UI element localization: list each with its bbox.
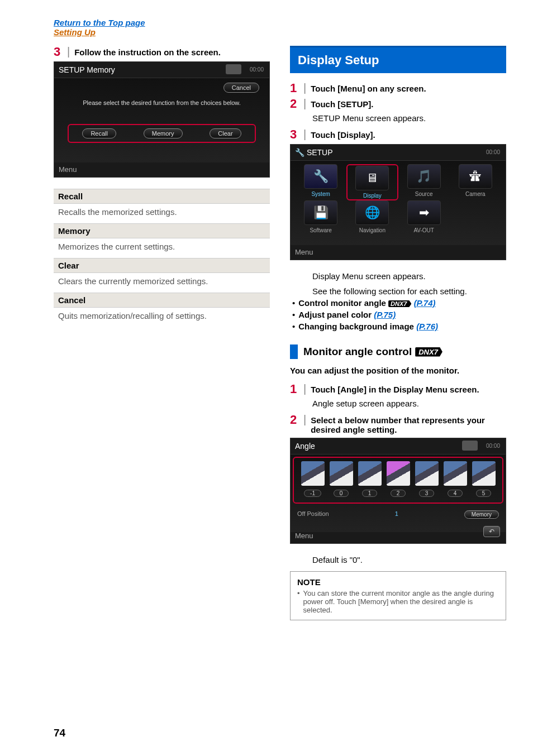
step-text: Touch [Menu] on any screen. [311, 82, 426, 93]
angle-opt-0[interactable]: 0 [330, 461, 353, 497]
ss-menu[interactable]: Menu [295, 248, 313, 256]
step-divider: | [303, 82, 306, 93]
r-step-2: 2 | Touch [SETUP]. [290, 98, 506, 110]
m-step-1-sub: Angle setup screen appears. [312, 399, 506, 408]
ss-time: 00:00 [250, 66, 264, 73]
ss-body: -1 0 1 2 3 4 5 Off Position 1 Memory ↶ [291, 454, 506, 532]
r-step-1: 1 | Touch [Menu] on any screen. [290, 82, 506, 94]
step-divider: | [303, 128, 306, 140]
step-number: 1 [290, 383, 299, 395]
setup-software[interactable]: 💾 Software [295, 200, 346, 233]
step-divider: | [67, 46, 70, 57]
step-text: Select a below number that represents yo… [311, 414, 506, 434]
step-divider: | [303, 414, 306, 425]
page-number: 74 [54, 727, 65, 739]
setup-display-highlighted[interactable]: 🖥 Display [346, 164, 398, 200]
step-number: 2 [290, 98, 299, 110]
memory-button[interactable]: Memory [144, 128, 183, 138]
section-link[interactable]: Setting Up [54, 27, 533, 37]
m-step-2: 2 | Select a below number that represent… [290, 414, 506, 434]
angle-opt-1[interactable]: 1 [358, 461, 382, 497]
ss-title: 🔧 SETUP [295, 148, 333, 157]
setup-avout[interactable]: ➡ AV-OUT [398, 200, 450, 233]
subsection-marker [290, 344, 298, 359]
angle-row: -1 0 1 2 3 4 5 [298, 461, 498, 497]
step-divider: | [303, 98, 306, 109]
angle-memory-button[interactable]: Memory [464, 510, 499, 519]
right-column: Display Setup 1 | Touch [Menu] on any sc… [290, 46, 506, 620]
av-icon [462, 441, 478, 451]
step-number: 3 [54, 46, 63, 58]
screenshot-setup-menu: 🔧 SETUP 00:00 🔧 System 🖥 Display 🎵 Sourc… [290, 144, 506, 260]
label-cancel: Cancel [54, 293, 270, 308]
angle-opt-4[interactable]: 4 [444, 461, 467, 497]
step-text: Touch [SETUP]. [311, 98, 373, 109]
software-icon: 💾 [304, 200, 337, 225]
bullet-control-angle: • Control monitor angle DNX7 (P.74) [290, 298, 506, 308]
angle-highlight-box: -1 0 1 2 3 4 5 [293, 457, 503, 504]
screenshot-angle: Angle 00:00 -1 0 1 2 3 4 5 Off Positi [290, 438, 506, 544]
clear-button[interactable]: Clear [210, 128, 241, 138]
label-memory: Memory [54, 223, 270, 238]
display-icon: 🖥 [355, 166, 389, 190]
step-number: 1 [290, 82, 299, 94]
page-link-74[interactable]: (P.74) [414, 298, 436, 308]
ss-highlight-buttons: Recall Memory Clear [68, 124, 256, 143]
dnx7-badge: DNX7 [415, 347, 442, 357]
bullet-bg-image: • Changing background image (P.76) [290, 322, 506, 331]
angle-opt-2-selected[interactable]: 2 [387, 461, 410, 497]
cancel-button[interactable]: Cancel [223, 83, 259, 93]
subsection-monitor-angle: Monitor angle control DNX7 [290, 344, 506, 359]
r-step-2-sub: SETUP Menu screen appears. [312, 113, 506, 123]
note-title: NOTE [297, 577, 499, 587]
desc-memory: Memorizes the current settings. [54, 238, 270, 258]
ss-body: 🔧 System 🖥 Display 🎵 Source 🛣 Camera [291, 160, 506, 245]
recall-button[interactable]: Recall [82, 128, 116, 138]
step-text: Touch [Display]. [311, 128, 375, 140]
setup-navigation[interactable]: 🌐 Navigation [346, 200, 398, 233]
setup-camera[interactable]: 🛣 Camera [450, 164, 501, 200]
off-position-label: Off Position [297, 510, 329, 519]
label-recall: Recall [54, 189, 270, 204]
avout-icon: ➡ [407, 200, 441, 225]
page-link-76[interactable]: (P.76) [416, 322, 438, 331]
navigation-icon: 🌐 [355, 200, 389, 225]
setup-system[interactable]: 🔧 System [295, 164, 346, 200]
content-columns: 3 | Follow the instruction on the screen… [0, 37, 533, 620]
step-number: 2 [290, 414, 299, 426]
bullet-panel-color: • Adjust panel color (P.75) [290, 310, 506, 319]
camera-icon: 🛣 [459, 164, 492, 189]
section-title: Display Setup [290, 46, 506, 73]
back-icon[interactable]: ↶ [483, 526, 500, 537]
desc-cancel: Quits memorization/recalling of settings… [54, 308, 270, 327]
monitor-intro: You can adjust the position of the monit… [290, 366, 506, 375]
angle-opt-3[interactable]: 3 [415, 461, 439, 497]
ss-title: SETUP Memory [59, 65, 115, 74]
step-number: 3 [290, 128, 299, 141]
source-icon: 🎵 [407, 164, 441, 189]
page-header: Return to the Top page Setting Up [0, 0, 533, 37]
page-link-75[interactable]: (P.75) [374, 310, 396, 319]
screenshot-setup-memory: SETUP Memory 00:00 Cancel Please select … [54, 61, 270, 178]
av-icon [226, 64, 241, 74]
dnx7-badge: DNX7 [388, 300, 411, 307]
label-clear: Clear [54, 258, 270, 273]
return-top-link[interactable]: Return to the Top page [54, 18, 533, 27]
left-column: 3 | Follow the instruction on the screen… [54, 46, 270, 620]
step-divider: | [303, 383, 306, 394]
ss-menu[interactable]: Menu [295, 532, 313, 540]
default-text: Default is "0". [312, 555, 506, 564]
ss-menu[interactable]: Menu [59, 165, 77, 174]
angle-opt-5[interactable]: 5 [472, 461, 496, 497]
angle-bottom-row: Off Position 1 Memory [297, 510, 499, 519]
desc-recall: Recalls the memorized settings. [54, 204, 270, 223]
ss-body: Cancel Please select the desired functio… [54, 78, 269, 162]
angle-opt-neg1[interactable]: -1 [301, 461, 325, 497]
ss-prompt: Please select the desired function from … [54, 99, 269, 106]
off-position-value: 1 [395, 510, 398, 519]
ss-title: Angle [295, 442, 315, 451]
note-box: NOTE • You can store the current monitor… [290, 571, 506, 620]
ss-time: 00:00 [486, 149, 500, 155]
wrench-icon: 🔧 [304, 164, 337, 189]
setup-source[interactable]: 🎵 Source [398, 164, 450, 200]
